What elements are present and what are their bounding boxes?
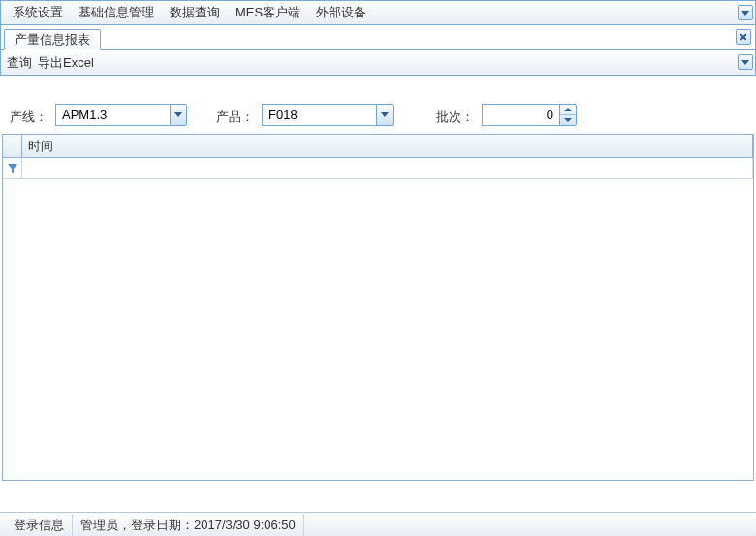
product-input[interactable] [262,104,376,126]
report-toolbar: 查询 导出Excel [0,50,756,76]
status-login-text: 管理员，登录日期：2017/3/30 9:06:50 [73,514,304,536]
batch-label: 批次： [436,109,474,126]
menu-basic-info[interactable]: 基础信息管理 [71,1,162,24]
menu-system-settings[interactable]: 系统设置 [5,1,71,24]
grid-filter-row [3,158,753,179]
batch-input[interactable] [482,104,559,126]
main-menubar: 系统设置 基础信息管理 数据查询 MES客户端 外部设备 [0,0,756,25]
grid-header: 时间 [3,135,753,158]
menubar-overflow-button[interactable] [738,5,753,20]
grid-filter-indicator[interactable] [3,158,22,178]
product-label: 产品： [216,109,254,126]
product-dropdown-button[interactable] [376,104,394,126]
query-button[interactable]: 查询 [7,51,38,75]
chevron-down-icon [741,60,749,65]
menu-data-query[interactable]: 数据查询 [162,1,228,24]
grid-body[interactable] [3,179,753,480]
batch-spin-buttons [559,104,577,126]
grid-filter-cell-time[interactable] [22,158,753,178]
status-login-label: 登录信息 [6,514,73,536]
chevron-down-icon [174,112,182,117]
close-icon [740,33,747,41]
chevron-down-icon [741,11,749,16]
tab-close-button[interactable] [736,29,751,45]
status-bar: 登录信息 管理员，登录日期：2017/3/30 9:06:50 [0,512,756,536]
line-label: 产线： [10,109,47,126]
menu-mes-client[interactable]: MES客户端 [228,1,308,24]
menu-external-device[interactable]: 外部设备 [308,1,374,24]
filter-icon [8,164,17,173]
batch-spin-up[interactable] [560,105,576,114]
toolbar-overflow-button[interactable] [738,54,753,70]
grid-row-indicator-header[interactable] [3,135,22,157]
batch-spin-down[interactable] [560,114,576,125]
data-grid: 时间 [2,134,754,481]
chevron-up-icon [564,108,572,111]
document-tabstrip: 产量信息报表 [0,25,756,50]
chevron-down-icon [381,112,389,117]
filter-bar: 产线： 产品： 批次： [0,76,756,134]
tab-production-report[interactable]: 产量信息报表 [4,29,101,50]
product-combo [262,104,394,126]
line-combo [55,104,187,126]
grid-column-time[interactable]: 时间 [22,135,753,157]
batch-spinner [482,104,577,126]
export-excel-button[interactable]: 导出Excel [38,51,100,75]
line-dropdown-button[interactable] [170,104,187,126]
line-input[interactable] [55,104,170,126]
chevron-down-icon [564,118,572,122]
